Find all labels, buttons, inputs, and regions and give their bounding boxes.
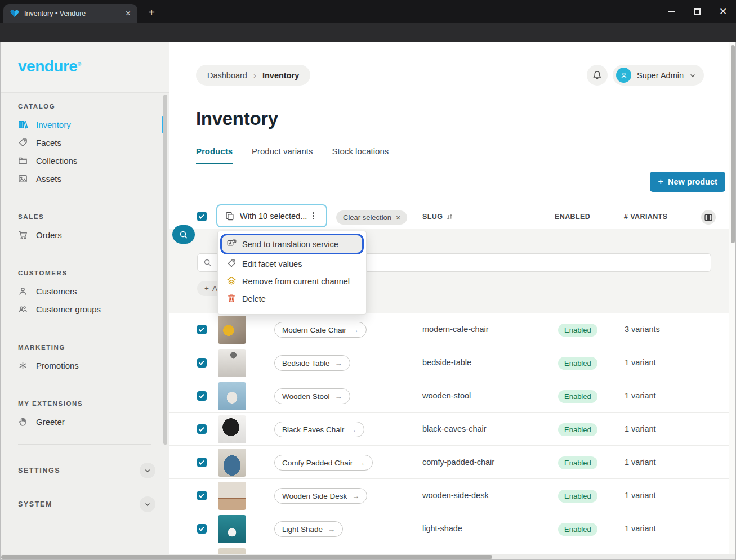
vertical-scrollbar-thumb[interactable] [731,45,735,243]
sidebar-item-label: Customer groups [36,304,101,314]
product-name-link[interactable]: Wooden Side Desk→ [274,488,367,504]
variant-count: 1 variant [625,424,656,433]
search-icon [179,230,188,239]
nav-section-catalog: CATALOG [18,103,169,110]
row-checkbox[interactable] [197,491,207,500]
bell-icon [592,70,602,80]
sidebar-section-settings: SETTINGS [18,463,155,478]
sidebar-item-inventory[interactable]: Inventory [0,115,169,133]
table-row: Modern Cafe Chair→ modern-cafe-chair Ena… [169,313,729,346]
menu-item-send-to-translation[interactable]: Send to translation service [222,235,362,253]
new-tab-button[interactable]: + [144,6,159,20]
plus-icon: + [658,176,663,187]
horizontal-scrollbar [0,554,736,560]
arrow-right-icon: → [335,392,342,401]
nav-section-my-extensions: MY EXTENSIONS [18,400,169,407]
notifications-button[interactable] [587,65,608,86]
search-icon [203,258,212,267]
select-all-checkbox[interactable] [197,212,207,221]
arrow-right-icon: → [352,492,359,500]
row-checkbox[interactable] [197,458,207,467]
column-header-slug[interactable]: SLUG [422,213,453,221]
table-row: Light Shade→ light-shade Enabled 1 varia… [169,512,729,545]
columns-icon [704,214,712,221]
product-name-link[interactable]: Bedside Table→ [274,355,350,371]
system-expand-button[interactable] [140,496,155,512]
vendure-favicon [10,10,19,17]
enabled-badge: Enabled [558,490,597,503]
tab-close-icon[interactable]: × [124,9,132,18]
product-name-link[interactable]: Black Eaves Chair→ [274,422,364,437]
row-checkbox[interactable] [197,391,207,401]
product-name-link[interactable]: Modern Cafe Chair→ [274,322,367,338]
layers-icon [227,276,237,286]
window-close-button[interactable]: ✕ [710,0,736,23]
enabled-badge: Enabled [558,523,597,536]
window-minimize-button[interactable] [658,0,684,23]
sidebar-item-label: Promotions [36,361,79,370]
page-title: Inventory [196,108,278,129]
row-checkbox[interactable] [197,358,207,368]
sidebar-divider [18,444,151,445]
product-name-link[interactable]: Comfy Padded Chair→ [274,455,373,471]
new-product-button[interactable]: + New product [650,172,725,192]
search-toggle-button[interactable] [172,225,195,244]
product-name-link[interactable]: Light Shade→ [274,521,343,537]
sidebar-item-collections[interactable]: Collections [0,151,169,169]
arrow-right-icon: → [358,459,365,467]
settings-expand-button[interactable] [140,463,155,478]
table-row: Bedside Table→ bedside-table Enabled 1 v… [169,346,729,379]
variant-count: 1 variant [625,524,656,533]
row-checkbox[interactable] [197,325,207,334]
sidebar-item-orders[interactable]: Orders [0,226,169,244]
window-maximize-button[interactable] [684,0,710,23]
table-row: Black Eaves Chair→ black-eaves-chair Ena… [169,413,729,446]
sidebar-scrollbar-thumb[interactable] [163,95,167,445]
product-slug: modern-cafe-chair [422,325,489,334]
arrow-right-icon: → [351,326,359,334]
sidebar-item-label: Collections [36,156,77,165]
sidebar-item-label: Inventory [36,120,71,129]
table-header-row: With 10 selected... Clear selection × SL… [169,204,729,229]
enabled-badge: Enabled [558,390,597,403]
sidebar-item-label: Orders [36,230,62,240]
browser-tab-title: Inventory • Vendure [24,10,119,17]
variant-count: 1 variant [625,358,656,367]
tab-bar: Products Product variants Stock location… [196,146,389,164]
row-checkbox[interactable] [197,524,207,534]
user-menu[interactable]: Super Admin [613,65,704,86]
menu-item-delete[interactable]: Delete [218,290,366,307]
enabled-badge: Enabled [558,456,597,469]
column-settings-button[interactable] [701,210,716,225]
variant-count: 1 variant [625,458,656,467]
product-slug: wooden-side-desk [422,491,489,500]
sidebar-item-customers[interactable]: Customers [0,282,169,300]
hand-icon [18,417,28,427]
variant-count: 3 variants [625,325,660,334]
row-checkbox[interactable] [197,424,207,434]
main-content: Dashboard › Inventory Super Admin Invent… [169,42,729,554]
sidebar-item-assets[interactable]: Assets [0,169,169,187]
bulk-actions-button[interactable]: With 10 selected... [216,204,327,227]
sidebar-item-promotions[interactable]: Promotions [0,356,169,374]
tab-product-variants[interactable]: Product variants [252,146,313,164]
sidebar-item-label: Greeter [36,417,65,427]
tab-stock-locations[interactable]: Stock locations [332,146,389,164]
sidebar-item-facets[interactable]: Facets [0,133,169,151]
browser-tab[interactable]: Inventory • Vendure × [3,4,137,23]
kebab-menu-icon [313,212,314,219]
breadcrumb-current: Inventory [262,71,299,80]
clear-selection-button[interactable]: Clear selection × [336,210,407,225]
browser-window: Inventory • Vendure × + ✕ ◁ ▷ localhost:… [0,0,736,560]
menu-item-remove-from-channel[interactable]: Remove from current channel [218,272,366,290]
sidebar-item-greeter[interactable]: Greeter [0,413,169,431]
chevron-down-icon [689,72,696,79]
tab-products[interactable]: Products [196,146,233,164]
horizontal-scrollbar-thumb[interactable] [1,555,492,559]
product-thumbnail [218,349,246,377]
sidebar-item-customer-groups[interactable]: Customer groups [0,300,169,318]
menu-item-edit-facet-values[interactable]: Edit facet values [218,255,366,272]
column-header-variants: # VARIANTS [624,213,667,221]
breadcrumb-dashboard-link[interactable]: Dashboard [207,71,247,80]
product-name-link[interactable]: Wooden Stool→ [274,388,350,404]
